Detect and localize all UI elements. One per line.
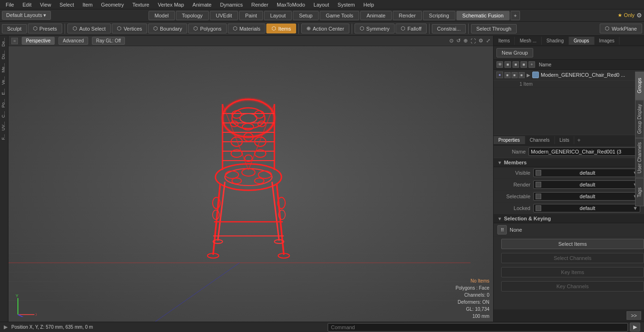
group-eye-icon[interactable]: ● — [496, 72, 503, 78]
selectable-checkbox[interactable] — [536, 194, 541, 199]
menu-system[interactable]: System — [334, 1, 359, 8]
rt-tab-items[interactable]: Items — [494, 37, 515, 45]
viewport[interactable]: ≡ Perspective Advanced Ray GL: Off ⊙ ↺ ⊕… — [8, 36, 493, 322]
tab-uvedit[interactable]: UVEdit — [210, 11, 238, 20]
select-through-button[interactable]: Select Through — [471, 24, 516, 33]
props-tab-add[interactable]: + — [574, 136, 583, 145]
constraints-button[interactable]: Constrai... — [432, 24, 466, 33]
viewport-icon-camera[interactable]: ⊙ — [449, 38, 454, 44]
rside-tab-groups[interactable]: Groups — [635, 72, 644, 100]
settings-icon[interactable]: ⚙ — [636, 12, 642, 19]
vp-tab-advanced[interactable]: Advanced — [58, 37, 88, 45]
render-checkbox[interactable] — [536, 182, 541, 187]
props-tab-lists[interactable]: Lists — [555, 136, 575, 144]
menu-dynamics[interactable]: Dynamics — [216, 1, 247, 8]
left-strip-item-8[interactable]: F... — [0, 132, 8, 142]
presets-button[interactable]: ⬡ Presets — [28, 24, 62, 33]
vp-tab-perspective[interactable]: Perspective — [22, 37, 55, 45]
items-button[interactable]: ⬡ Items — [266, 24, 296, 33]
viewport-icon-zoom[interactable]: ⊕ — [463, 38, 468, 44]
group-icon2-a[interactable]: ■ — [504, 72, 511, 78]
locked-checkbox[interactable] — [536, 205, 541, 211]
rt-tab-images[interactable]: Images — [594, 37, 620, 45]
key-items-button[interactable]: Key Items — [501, 267, 644, 277]
sk-section-header[interactable]: ▼ Selection & Keying — [494, 214, 644, 223]
boundary-button[interactable]: ⬡ Boundary — [148, 24, 187, 33]
rside-tab-user-channels[interactable]: User Channels — [635, 138, 644, 178]
command-submit-button[interactable]: ▶ — [630, 323, 640, 332]
col-icon-3[interactable]: ■ — [520, 61, 527, 68]
bottom-expand-button[interactable]: >> — [627, 311, 641, 320]
left-strip-item-6[interactable]: C... — [0, 109, 8, 120]
menu-file[interactable]: File — [2, 1, 18, 8]
group-expand-icon[interactable]: ▶ — [527, 73, 530, 78]
visible-checkbox[interactable] — [536, 170, 541, 176]
col-icon-eye[interactable]: 👁 — [496, 61, 503, 68]
sculpt-button[interactable]: Sculpt — [2, 24, 27, 33]
command-input[interactable] — [328, 323, 628, 332]
tab-schematic-fusion[interactable]: Schematic Fusion — [456, 11, 510, 20]
rt-tab-shading[interactable]: Shading — [542, 37, 569, 45]
locked-select[interactable]: default ▼ — [533, 204, 640, 212]
add-tab-button[interactable]: + — [511, 11, 520, 20]
select-channels-button[interactable]: Select Channels — [501, 253, 644, 263]
menu-edit[interactable]: Edit — [19, 1, 35, 8]
menu-item[interactable]: Item — [79, 1, 96, 8]
name-input[interactable] — [528, 147, 640, 156]
render-select[interactable]: default ▼ — [533, 180, 640, 189]
left-strip-item-0[interactable]: De... — [0, 36, 8, 49]
rside-tab-group-display[interactable]: Group Display — [635, 100, 644, 138]
menu-animate[interactable]: Animate — [189, 1, 215, 8]
left-strip-item-7[interactable]: UV... — [0, 120, 8, 132]
rside-tab-tags[interactable]: Tags — [635, 178, 644, 206]
menu-render[interactable]: Render — [248, 1, 272, 8]
left-strip-item-2[interactable]: Me... — [0, 61, 8, 74]
tab-layout[interactable]: Layout — [264, 11, 292, 20]
rt-tab-groups[interactable]: Groups — [569, 37, 594, 45]
menu-vertex-map[interactable]: Vertex Map — [154, 1, 188, 8]
visible-select[interactable]: default ▼ — [533, 169, 640, 177]
tab-scripting[interactable]: Scripting — [423, 11, 455, 20]
tab-model[interactable]: Model — [149, 11, 175, 20]
materials-button[interactable]: ⬡ Materials — [228, 24, 266, 33]
menu-view[interactable]: View — [36, 1, 55, 8]
tab-paint[interactable]: Paint — [239, 11, 263, 20]
menu-maxtomode[interactable]: MaxToModo — [273, 1, 309, 8]
action-center-button[interactable]: ⊕ Action Center — [301, 24, 349, 33]
col-icon-2[interactable]: ■ — [512, 61, 519, 68]
menu-texture[interactable]: Texture — [129, 1, 153, 8]
select-items-button[interactable]: Select Items — [501, 239, 644, 249]
viewport-icon-expand[interactable]: ⤢ — [486, 38, 490, 44]
auto-select-button[interactable]: ⬡ Auto Select — [67, 24, 111, 33]
viewport-icon-fit[interactable]: ⛶ — [471, 38, 476, 44]
props-tab-channels[interactable]: Channels — [525, 136, 555, 144]
vertices-button[interactable]: ⬡ Vertices — [112, 24, 147, 33]
new-group-button[interactable]: New Group — [496, 48, 533, 57]
group-icon2-b[interactable]: ■ — [512, 72, 518, 78]
tab-topology[interactable]: Topology — [176, 11, 209, 20]
selectable-select[interactable]: default ▼ — [533, 192, 640, 201]
tab-animate[interactable]: Animate — [360, 11, 391, 20]
falloff-button[interactable]: ⬡ Falloff — [396, 24, 427, 33]
symmetry-button[interactable]: ⬡ Symmetry — [355, 24, 395, 33]
vp-tab-raygl[interactable]: Ray GL: Off — [92, 37, 125, 45]
menu-layout[interactable]: Layout — [310, 1, 333, 8]
left-strip-item-4[interactable]: E... — [0, 87, 8, 97]
viewport-menu-icon[interactable]: ≡ — [11, 38, 18, 44]
menu-select[interactable]: Select — [56, 1, 78, 8]
left-strip-item-5[interactable]: Po... — [0, 97, 8, 110]
members-section-header[interactable]: ▼ Members — [494, 158, 644, 167]
key-channels-button[interactable]: Key Channels — [501, 281, 644, 292]
props-tab-properties[interactable]: Properties — [494, 136, 525, 144]
left-strip-item-3[interactable]: Ve... — [0, 74, 8, 87]
bottom-arrow-icon[interactable]: ▶ — [4, 324, 8, 330]
tab-render[interactable]: Render — [393, 11, 422, 20]
left-strip-item-1[interactable]: Du... — [0, 49, 8, 61]
menu-help[interactable]: Help — [360, 1, 378, 8]
polygons-button[interactable]: ⬡ Polygons — [188, 24, 226, 33]
menu-geometry[interactable]: Geometry — [97, 1, 127, 8]
rt-tab-mesh[interactable]: Mesh ... — [515, 37, 542, 45]
viewport-icon-rotate[interactable]: ↺ — [456, 38, 461, 44]
sk-dots-icon[interactable]: ⠿ — [497, 225, 507, 235]
group-row-0[interactable]: ● ■ ■ ■ ▶ Modern_GENERICO_Chair_Red0 ... — [494, 70, 644, 81]
